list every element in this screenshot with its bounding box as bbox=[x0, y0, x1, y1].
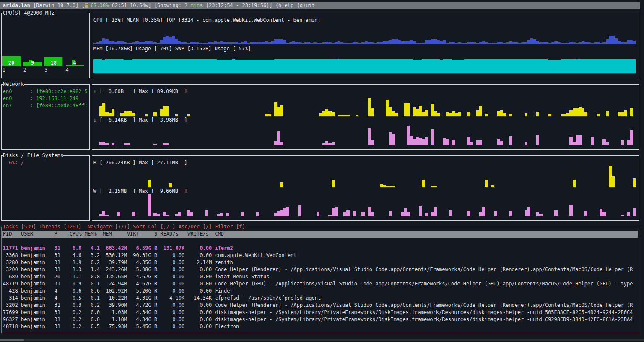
histogram-bar bbox=[419, 60, 422, 73]
histogram-bar bbox=[205, 59, 208, 73]
histogram-bar bbox=[371, 108, 374, 116]
task-row[interactable]: 3280 benjamin 31 1.9 0.2 39.79M 4.35G R … bbox=[3, 259, 638, 266]
histogram-bar bbox=[190, 42, 193, 44]
histogram-bar bbox=[389, 186, 392, 187]
task-row[interactable]: 689 benjamin 20 1.1 0.8 135.65M 4.62G R … bbox=[3, 273, 638, 280]
disk-read-label: R [ 266.24KB ] Max [ 27.11MB ] bbox=[93, 159, 187, 166]
histogram-bar bbox=[368, 98, 371, 116]
histogram-bar bbox=[419, 106, 422, 116]
histogram-bar bbox=[112, 59, 114, 73]
histogram-bar bbox=[289, 42, 292, 44]
core-load-value: 18 bbox=[44, 60, 62, 67]
histogram-bar bbox=[277, 131, 280, 145]
histogram-bar bbox=[584, 42, 587, 44]
histogram-bar bbox=[470, 59, 473, 73]
histogram-bar bbox=[539, 42, 542, 44]
histogram-bar bbox=[307, 59, 310, 73]
histogram-bar bbox=[449, 42, 452, 44]
histogram-bar bbox=[569, 42, 572, 44]
histogram-bar bbox=[127, 111, 130, 116]
histogram-bar bbox=[335, 42, 338, 44]
histogram-bar bbox=[96, 59, 99, 73]
histogram-bar bbox=[569, 137, 572, 145]
histogram-bar bbox=[117, 212, 120, 216]
histogram-bar bbox=[488, 43, 491, 44]
histogram-bar bbox=[335, 59, 338, 73]
histogram-bar bbox=[431, 39, 434, 44]
hostname: arida.lan bbox=[3, 3, 30, 8]
histogram-bar bbox=[124, 42, 127, 44]
histogram-bar bbox=[371, 212, 374, 216]
histogram-bar bbox=[172, 36, 175, 44]
histogram-bar bbox=[365, 41, 368, 44]
histogram-bar bbox=[512, 59, 515, 73]
histogram-bar bbox=[500, 110, 503, 116]
histogram-bar bbox=[145, 59, 148, 73]
help-quit-hint[interactable]: (h)elp (q)uit bbox=[275, 3, 315, 8]
histogram-bar bbox=[558, 60, 561, 73]
histogram-bar bbox=[419, 206, 422, 216]
histogram-bar bbox=[184, 59, 187, 73]
histogram-bar bbox=[509, 136, 512, 145]
task-row[interactable]: 3202 benjamin 31 0.3 0.2 39.90M 4.72G R … bbox=[3, 302, 638, 309]
histogram-bar bbox=[368, 128, 371, 145]
histogram-bar bbox=[277, 211, 280, 216]
histogram-bar bbox=[554, 60, 557, 73]
histogram-bar bbox=[304, 42, 307, 44]
histogram-bar bbox=[175, 214, 178, 216]
histogram-bar bbox=[467, 211, 470, 216]
tasks-table-header[interactable]: PID USER P ↓CPU% MEM% MEM VIRT S READ/s … bbox=[2, 231, 638, 238]
histogram-bar bbox=[127, 43, 130, 44]
histogram-bar bbox=[458, 60, 461, 73]
histogram-bar bbox=[407, 126, 410, 145]
histogram-bar bbox=[527, 40, 530, 44]
task-row[interactable]: 314 benjamin 4 0.5 0.1 10.22M 4.31G R 4.… bbox=[3, 295, 638, 302]
task-row-selected[interactable]: 11771 benjamin 31 6.8 4.1 683.42M 6.59G … bbox=[3, 245, 638, 252]
task-row[interactable]: 3200 benjamin 31 1.3 1.4 243.26M 5.08G R… bbox=[3, 266, 638, 273]
task-row[interactable]: 96327 benjamin 31 0.2 0.0 1.18M 4.34G R … bbox=[3, 316, 638, 323]
core-load-value: 4 bbox=[66, 60, 84, 67]
disk-read-chart bbox=[93, 166, 637, 187]
histogram-bar bbox=[193, 59, 196, 73]
histogram-bar bbox=[295, 42, 298, 44]
histogram-bar bbox=[322, 143, 325, 145]
histogram-bar bbox=[172, 59, 175, 73]
histogram-bar bbox=[361, 42, 364, 44]
histogram-bar bbox=[163, 143, 166, 145]
histogram-bar bbox=[220, 213, 223, 216]
histogram-bar bbox=[488, 59, 491, 73]
histogram-bar bbox=[425, 59, 428, 73]
histogram-bar bbox=[223, 60, 226, 73]
histogram-bar bbox=[425, 213, 428, 216]
histogram-bar bbox=[600, 43, 602, 44]
histogram-bar bbox=[175, 39, 178, 44]
histogram-bar bbox=[609, 36, 612, 44]
histogram-bar bbox=[431, 129, 434, 145]
histogram-bar bbox=[190, 59, 193, 73]
disks-panel-title: Disks / File Systems bbox=[3, 152, 64, 159]
histogram-bar bbox=[96, 42, 99, 44]
histogram-bar bbox=[319, 43, 322, 44]
scrollbar-thumb[interactable] bbox=[0, 339, 24, 341]
histogram-bar bbox=[223, 42, 226, 44]
histogram-bar bbox=[407, 212, 410, 216]
histogram-bar bbox=[389, 40, 392, 44]
histogram-bar bbox=[473, 59, 476, 73]
histogram-bar bbox=[482, 207, 485, 216]
histogram-bar bbox=[446, 139, 449, 145]
task-row[interactable]: 77699 benjamin 31 0.2 0.0 1.03M 4.34G R … bbox=[3, 309, 638, 316]
histogram-bar bbox=[461, 43, 464, 44]
task-row[interactable]: 48719 benjamin 31 0.9 0.1 24.94M 4.67G R… bbox=[3, 280, 638, 288]
histogram-bar bbox=[130, 60, 132, 73]
task-row[interactable]: 428 benjamin 4 0.6 0.6 102.92M 5.20G R 0… bbox=[3, 288, 638, 295]
histogram-bar bbox=[340, 115, 343, 116]
histogram-bar bbox=[368, 59, 371, 73]
task-row[interactable]: 3368 benjamin 31 4.6 3.2 530.12M 90.31G … bbox=[3, 252, 638, 259]
histogram-bar bbox=[624, 110, 627, 116]
core-number: 1 bbox=[2, 67, 5, 74]
histogram-bar bbox=[576, 135, 579, 145]
histogram-bar bbox=[407, 103, 410, 116]
histogram-bar bbox=[356, 59, 358, 73]
task-row[interactable]: 48718 benjamin 31 0.2 0.5 75.93M 5.45G R… bbox=[3, 323, 638, 330]
histogram-bar bbox=[413, 60, 416, 73]
